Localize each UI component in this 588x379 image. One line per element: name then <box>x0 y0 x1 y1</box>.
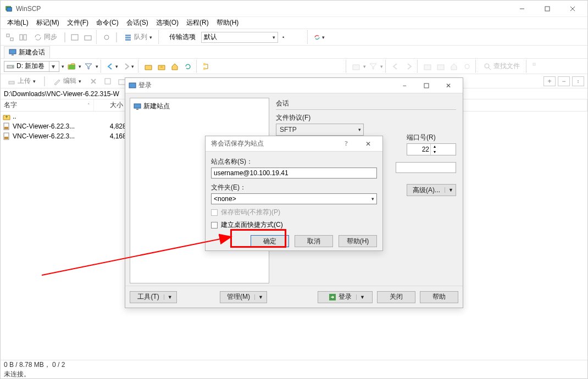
svg-rect-31 <box>105 79 110 84</box>
menu-options[interactable]: 选项(O) <box>153 17 182 29</box>
open-dir-icon[interactable] <box>65 60 77 73</box>
svg-rect-28 <box>9 81 14 84</box>
remote-tree-icon <box>530 60 542 73</box>
main-toolbar: 同步 队列 ▾ 传输选项 默认 ▾ • ▾ <box>1 29 587 46</box>
filter-icon[interactable] <box>82 60 95 73</box>
site-name-input[interactable] <box>211 168 377 179</box>
menu-command[interactable]: 命令(C) <box>93 17 122 29</box>
desktop-shortcut-checkbox[interactable] <box>211 222 218 228</box>
save-help-button[interactable]: ? <box>335 136 357 152</box>
login-button-label: 登录 <box>339 292 352 302</box>
properties-icon <box>102 75 114 87</box>
tools-button[interactable]: 工具(T) ▼ <box>130 291 177 303</box>
sync-label: 同步 <box>44 32 57 42</box>
sync-browse-icon[interactable] <box>4 31 16 43</box>
manage-label: 管理(M) <box>227 292 250 302</box>
protocol-combo[interactable]: SFTP ▾ <box>276 124 364 136</box>
status-line1: 0 B / 8.78 MB， 0 / 2 <box>4 360 584 370</box>
protocol-value: SFTP <box>280 126 297 133</box>
svg-rect-10 <box>71 35 78 40</box>
refresh-icon[interactable] <box>182 60 194 73</box>
login-maximize-button[interactable] <box>415 78 437 93</box>
col-name-label: 名字 <box>4 101 17 110</box>
statusbar: 0 B / 8.78 MB， 0 / 2 未连接。 <box>1 360 587 378</box>
login-dialog-titlebar: 登录 − ✕ <box>125 78 463 93</box>
reconnect-icon[interactable]: ▾ <box>312 31 326 43</box>
svg-rect-20 <box>203 63 206 65</box>
drive-combo[interactable]: D: 新加卷 ▾ <box>4 61 59 72</box>
compare-icon[interactable] <box>17 31 29 43</box>
cancel-button[interactable]: 取消 <box>295 235 333 247</box>
save-dialog-help-button[interactable]: 帮助(H) <box>339 235 377 247</box>
svg-rect-27 <box>533 63 535 65</box>
transfer-settings-icon[interactable] <box>101 31 113 43</box>
desktop-shortcut-label: 建立桌面快捷方式(C) <box>221 220 283 230</box>
folder-label: 文件夹(E)： <box>211 183 377 192</box>
terminal-icon[interactable] <box>69 31 81 43</box>
menu-file[interactable]: 文件(F) <box>64 17 92 29</box>
save-session-dialog: 将会话保存为站点 ? ✕ 站点名称(S)： 文件夹(E)： <none> ▾ 保… <box>205 136 383 251</box>
port-input[interactable] <box>407 146 430 153</box>
svg-rect-13 <box>125 35 131 36</box>
login-button[interactable]: 登录 ▼ <box>318 291 373 303</box>
menu-session[interactable]: 会话(S) <box>123 17 152 29</box>
menu-remote[interactable]: 远程(R) <box>183 17 212 29</box>
ok-button[interactable]: 确定 <box>251 235 289 247</box>
obscured-field[interactable] <box>396 162 456 173</box>
remote-refresh-icon <box>461 60 473 73</box>
svg-point-25 <box>485 64 489 68</box>
file-name: .. <box>13 113 101 120</box>
tab-new-session-label: 新建会话 <box>19 48 45 57</box>
port-spinner[interactable]: ▴ ▾ <box>407 143 456 155</box>
window-minimize-button[interactable] <box>509 1 535 17</box>
home-icon[interactable] <box>169 60 181 73</box>
queue-button[interactable]: 队列 ▾ <box>120 31 156 43</box>
port-down-button[interactable]: ▾ <box>430 149 438 155</box>
ok-label: 确定 <box>263 237 276 246</box>
site-name-label: 站点名称(S)： <box>211 157 377 166</box>
tools-label: 工具(T) <box>137 292 159 302</box>
menu-mark[interactable]: 标记(M) <box>33 17 63 29</box>
save-password-label: 保存密码(不推荐)(P) <box>221 208 280 217</box>
manage-button[interactable]: 管理(M) ▼ <box>220 291 267 303</box>
svg-rect-15 <box>125 39 131 41</box>
svg-rect-1 <box>7 7 12 11</box>
desktop-shortcut-row[interactable]: 建立桌面快捷方式(C) <box>211 220 377 230</box>
msi-file-icon <box>3 132 10 140</box>
new-site-item[interactable]: 新建站点 <box>132 101 267 112</box>
window-maximize-button[interactable] <box>535 1 560 17</box>
menu-local[interactable]: 本地(L) <box>4 17 32 29</box>
login-close-button[interactable]: ✕ <box>437 78 459 93</box>
forward-icon[interactable]: ▾ <box>121 60 136 73</box>
folder-combo[interactable]: <none> ▾ <box>211 193 377 204</box>
open-folder-icon[interactable] <box>82 31 94 43</box>
save-dialog-titlebar: 将会话保存为站点 ? ✕ <box>206 136 382 152</box>
transfer-options-combo[interactable]: 默认 ▾ <box>201 32 278 43</box>
window-close-button[interactable] <box>560 1 585 17</box>
save-close-button[interactable]: ✕ <box>357 136 379 152</box>
col-name[interactable]: 名字 ˄ <box>1 99 94 111</box>
parent-folder-icon[interactable] <box>142 60 154 73</box>
col-size[interactable]: 大小 <box>94 99 127 111</box>
back-icon[interactable]: ▾ <box>105 60 120 73</box>
port-up-button[interactable]: ▴ <box>430 144 438 149</box>
save-dialog-help-label: 帮助(H) <box>347 237 369 246</box>
tab-new-session[interactable]: 新建会话 <box>4 46 50 58</box>
col-size-label: 大小 <box>110 101 123 110</box>
svg-rect-40 <box>136 109 138 110</box>
root-folder-icon[interactable] <box>156 60 168 73</box>
status-line2: 未连接。 <box>4 370 584 379</box>
menu-help[interactable]: 帮助(H) <box>213 17 242 29</box>
add-button: + <box>543 76 556 86</box>
remote-back-icon <box>390 60 402 73</box>
transfer-options-value: 默认 <box>204 32 217 42</box>
help-button[interactable]: 帮助 <box>420 291 458 303</box>
remote-forward-icon <box>403 60 415 73</box>
login-minimize-button[interactable]: − <box>393 78 415 93</box>
tree-icon[interactable] <box>201 60 213 73</box>
sync-button[interactable]: 同步 <box>30 31 61 43</box>
close-button[interactable]: 关闭 <box>377 291 415 303</box>
advanced-button[interactable]: 高级(A)... ▼ <box>407 184 456 196</box>
port-label: 端口号(R) <box>407 133 456 142</box>
svg-rect-21 <box>203 68 206 70</box>
